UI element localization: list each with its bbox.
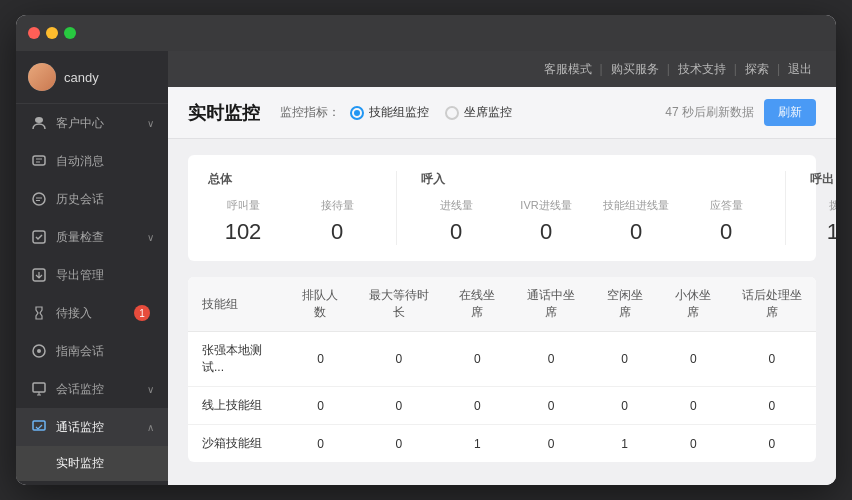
col-incall-seat: 通话中坐席 [512, 277, 590, 332]
row-name-1: 线上技能组 [188, 387, 286, 425]
row-online-1: 0 [443, 387, 512, 425]
chevron-up-icon: ∧ [147, 422, 154, 433]
stat-call-volume-value: 102 [225, 219, 262, 245]
chevron-down-icon-quality: ∨ [147, 232, 154, 243]
row-queue-1: 0 [286, 387, 355, 425]
sidebar-item-guide-label: 指南会话 [56, 343, 154, 360]
skill-table: 技能组 排队人数 最大等待时长 在线坐席 通话中坐席 空闲坐席 小休坐席 话后处… [188, 277, 816, 462]
sidebar-item-customer-center-label: 客户中心 [56, 115, 147, 132]
topbar-links: 客服模式 | 购买服务 | 技术支持 | 探索 | 退出 [536, 61, 821, 78]
chevron-down-icon-session: ∨ [147, 384, 154, 395]
row-online-0: 0 [443, 332, 512, 387]
stat-reception-label: 接待量 [321, 198, 354, 213]
sidebar-nav: 客户中心 ∨ 自动消息 [16, 104, 168, 485]
sidebar-item-session-stats[interactable]: 会话统计 ∨ [16, 481, 168, 485]
row-break-1: 0 [659, 387, 728, 425]
stat-answer: 应答量 0 [691, 198, 761, 245]
stat-answer-value: 0 [720, 219, 732, 245]
content-area: 客服模式 | 购买服务 | 技术支持 | 探索 | 退出 实时监控 监控指标： [168, 51, 836, 485]
stat-ivr-label: IVR进线量 [520, 198, 571, 213]
radio-seat-label: 坐席监控 [464, 104, 512, 121]
col-max-wait: 最大等待时长 [355, 277, 443, 332]
sidebar-username: candy [64, 70, 99, 85]
sidebar-item-waiting[interactable]: 待接入 1 [16, 294, 168, 332]
refresh-button[interactable]: 刷新 [764, 99, 816, 126]
col-idle-seat: 空闲坐席 [590, 277, 659, 332]
topbar-customer-mode[interactable]: 客服模式 [536, 61, 600, 78]
stat-answer-label: 应答量 [710, 198, 743, 213]
row-queue-2: 0 [286, 425, 355, 463]
radio-skill-group[interactable]: 技能组监控 [350, 104, 429, 121]
row-idle-1: 0 [590, 387, 659, 425]
stat-skill-inbound-label: 技能组进线量 [603, 198, 669, 213]
chevron-down-icon: ∨ [147, 118, 154, 129]
topbar-tech-support[interactable]: 技术支持 [670, 61, 734, 78]
row-maxwait-2: 0 [355, 425, 443, 463]
sidebar-item-export[interactable]: 导出管理 [16, 256, 168, 294]
refresh-countdown: 47 秒后刷新数据 [665, 104, 754, 121]
sidebar-item-customer-center[interactable]: 客户中心 ∨ [16, 104, 168, 142]
stat-inbound-label: 进线量 [440, 198, 473, 213]
sidebar-item-auto-message[interactable]: 自动消息 [16, 142, 168, 180]
sidebar: candy 客户中心 ∨ [16, 51, 168, 485]
row-incall-1: 0 [512, 387, 590, 425]
monitor-icon [30, 380, 48, 398]
sidebar-item-session-monitor[interactable]: 会话监控 ∨ [16, 370, 168, 408]
maximize-button[interactable] [64, 27, 76, 39]
row-idle-2: 1 [590, 425, 659, 463]
row-maxwait-0: 0 [355, 332, 443, 387]
row-incall-0: 0 [512, 332, 590, 387]
sidebar-subitem-realtime-label: 实时监控 [56, 455, 104, 472]
minimize-button[interactable] [46, 27, 58, 39]
person-icon [30, 114, 48, 132]
callout-label: 呼出 [810, 171, 836, 188]
sidebar-item-call-monitor-label: 通话监控 [56, 419, 147, 436]
sidebar-header: candy [16, 51, 168, 104]
stat-inbound-value: 0 [450, 219, 462, 245]
topbar: 客服模式 | 购买服务 | 技术支持 | 探索 | 退出 [168, 51, 836, 87]
chat-icon [30, 190, 48, 208]
col-queue-count: 排队人数 [286, 277, 355, 332]
callin-label: 呼入 [421, 171, 761, 188]
stat-dialout-label: 拨号量 [829, 198, 837, 213]
topbar-logout[interactable]: 退出 [780, 61, 820, 78]
col-aftercall-seat: 话后处理坐席 [728, 277, 816, 332]
stat-inbound-volume: 进线量 0 [421, 198, 491, 245]
stat-reception-value: 0 [331, 219, 343, 245]
stat-skill-inbound-value: 0 [630, 219, 642, 245]
call-icon [30, 418, 48, 436]
stat-skill-inbound: 技能组进线量 0 [601, 198, 671, 245]
stat-ivr-value: 0 [540, 219, 552, 245]
avatar [28, 63, 56, 91]
sidebar-item-quality-label: 质量检查 [56, 229, 147, 246]
row-online-2: 1 [443, 425, 512, 463]
table-section: 技能组 排队人数 最大等待时长 在线坐席 通话中坐席 空闲坐席 小休坐席 话后处… [188, 277, 816, 462]
radio-seat[interactable]: 坐席监控 [445, 104, 512, 121]
stat-reception: 接待量 0 [302, 198, 372, 245]
sidebar-item-waiting-label: 待接入 [56, 305, 134, 322]
row-incall-2: 0 [512, 425, 590, 463]
row-name-2: 沙箱技能组 [188, 425, 286, 463]
sidebar-item-history-chat[interactable]: 历史会话 [16, 180, 168, 218]
topbar-explore[interactable]: 探索 [737, 61, 777, 78]
page-title: 实时监控 [188, 101, 260, 125]
row-aftercall-0: 0 [728, 332, 816, 387]
sidebar-item-call-monitor[interactable]: 通话监控 ∧ [16, 408, 168, 446]
titlebar [16, 15, 836, 51]
row-break-0: 0 [659, 332, 728, 387]
sidebar-item-export-label: 导出管理 [56, 267, 154, 284]
sidebar-subitem-realtime[interactable]: 实时监控 [16, 446, 168, 481]
sidebar-item-guide[interactable]: 指南会话 [16, 332, 168, 370]
table-row: 线上技能组 0 0 0 0 0 0 0 [188, 387, 816, 425]
row-aftercall-1: 0 [728, 387, 816, 425]
svg-point-2 [33, 193, 45, 205]
sidebar-item-auto-message-label: 自动消息 [56, 153, 154, 170]
stat-dialout: 拨号量 102 [810, 198, 836, 245]
col-skill-group: 技能组 [188, 277, 286, 332]
sidebar-item-quality-check[interactable]: 质量检查 ∨ [16, 218, 168, 256]
hourglass-icon [30, 304, 48, 322]
close-button[interactable] [28, 27, 40, 39]
total-label: 总体 [208, 171, 372, 188]
topbar-buy-service[interactable]: 购买服务 [603, 61, 667, 78]
table-header-row: 技能组 排队人数 最大等待时长 在线坐席 通话中坐席 空闲坐席 小休坐席 话后处… [188, 277, 816, 332]
